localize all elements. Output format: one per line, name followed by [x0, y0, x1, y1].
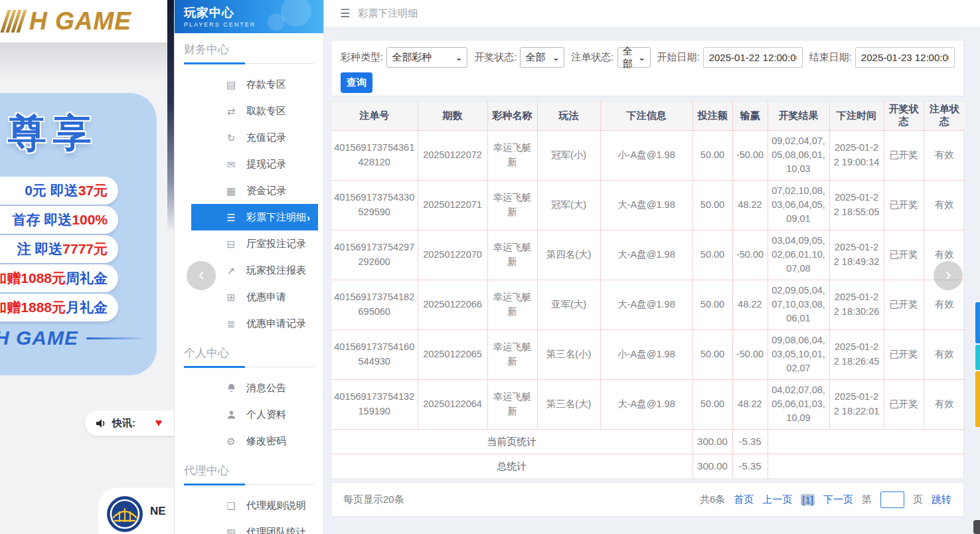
table-cell: -50.00 — [732, 329, 768, 379]
promo-pill: 注 即送7777元 — [0, 235, 118, 263]
table-row: 40156917375429729260020250122070幸运飞艇新第四名… — [331, 230, 965, 280]
pagination-bar: 每页显示20条 共6条 首页 上一页 [1] 下一页 第 页 跳转 — [331, 482, 964, 517]
start-date-input[interactable] — [703, 47, 803, 68]
table-cell: 401569173754160544930 — [331, 329, 418, 379]
sidebar-item-announcement[interactable]: 消息公告 — [191, 375, 318, 401]
column-header: 输赢 — [732, 102, 768, 130]
sidebar-item-label: 取款专区 — [246, 105, 286, 118]
sidebar-item-recharge-record[interactable]: ↻充值记录 — [191, 124, 318, 151]
floating-widget-dark[interactable] — [973, 520, 980, 534]
sidebar-item-deposit[interactable]: ▤存款专区 — [191, 71, 318, 98]
table-cell: 50.00 — [693, 280, 732, 329]
table-cell: 幸运飞艇新 — [487, 130, 537, 180]
table-cell: 第三名(大) — [537, 379, 600, 429]
first-page-link[interactable]: 首页 — [734, 493, 754, 506]
sidebar-item-label: 代理规则说明 — [246, 499, 306, 512]
start-date-label: 开始日期: — [657, 51, 700, 64]
next-page-link[interactable]: 下一页 — [823, 493, 853, 506]
sidebar-item-promo-record[interactable]: ≣优惠申请记录 — [191, 310, 318, 337]
column-header: 注单号 — [331, 102, 418, 130]
sidebar-item-promo-apply[interactable]: ⊞优惠申请 — [191, 284, 318, 310]
sidebar-item-label: 消息公告 — [246, 382, 286, 395]
change-password-icon: ⚙ — [224, 436, 238, 446]
sidebar-item-agent-rules[interactable]: ❏代理规则说明 — [191, 492, 318, 519]
sidebar-item-label: 存款专区 — [246, 78, 286, 91]
table-cell: 2025-01-22 18:26:45 — [829, 329, 884, 379]
section-underline — [184, 62, 314, 64]
carousel-next-button[interactable]: › — [934, 261, 963, 290]
promo-panel: H GAME 尊享 0元 即送37元首存 即送100%注 即送7777元加赠10… — [0, 0, 174, 534]
table-cell: 已开奖 — [884, 230, 924, 280]
table-cell: 2025-01-22 18:22:01 — [829, 379, 884, 429]
sidebar-item-hall-bet-record[interactable]: ⊟厅室投注记录 — [191, 230, 318, 257]
promo-record-icon: ≣ — [224, 319, 238, 329]
promo-hero-text: 尊享 — [8, 108, 98, 159]
section-underline — [184, 484, 314, 486]
promo-pill: 加赠1888元月礼金 — [0, 294, 118, 321]
sidebar-section-label: 财务中心 — [184, 42, 323, 57]
withdraw-icon: ⇄ — [224, 106, 238, 116]
search-button[interactable]: 查询 — [341, 72, 372, 93]
sidebar-item-withdraw-record[interactable]: ✉提现记录 — [191, 151, 318, 177]
column-header: 注单状态 — [924, 102, 965, 130]
total-summary-row: 总统计300.00-5.35 — [331, 454, 965, 478]
lottery-type-select[interactable]: 全部彩种 ⌄ — [386, 47, 467, 68]
jump-button[interactable]: 跳转 — [932, 493, 951, 506]
end-date-input[interactable] — [855, 47, 955, 68]
table-cell: 20250122064 — [418, 379, 487, 429]
jump-page-input[interactable] — [880, 491, 904, 508]
pagination-controls: 共6条 首页 上一页 [1] 下一页 第 页 跳转 — [700, 491, 951, 508]
table-cell: 20250122071 — [418, 180, 487, 230]
table-cell: 已开奖 — [884, 280, 924, 329]
table-cell: 有效 — [924, 180, 965, 230]
sidebar-item-change-password[interactable]: ⚙修改密码 — [191, 428, 318, 454]
logo-bars-icon — [0, 10, 29, 33]
table-cell: 04,02,07,08,05,06,01,03,10,09 — [768, 379, 829, 429]
sidebar-item-bet-details[interactable]: ☰彩票下注明细› — [191, 204, 318, 230]
promo-apply-icon: ⊞ — [224, 292, 238, 302]
watermark-dash — [86, 337, 147, 339]
sidebar-item-funds-record[interactable]: ▦资金记录 — [191, 177, 318, 204]
sidebar-item-label: 彩票下注明细 — [246, 211, 306, 224]
sidebar-item-agent-team-stats[interactable]: ▥代理团队统计 — [191, 519, 318, 534]
jump-prefix: 第 — [862, 493, 872, 506]
table-cell: 2025-01-22 18:30:26 — [829, 280, 884, 329]
table-cell: 48.22 — [732, 379, 768, 429]
bet-status-select[interactable]: 全部 ⌄ — [617, 47, 651, 68]
menu-toggle-icon[interactable]: ☰ — [340, 7, 350, 21]
sidebar-item-profile[interactable]: 个人资料 — [191, 401, 318, 428]
funds-record-icon: ▦ — [224, 186, 238, 196]
page-summary-row: 当前页统计300.00-5.35 — [331, 429, 965, 454]
table-cell: 有效 — [924, 130, 965, 180]
table-cell: 冠军(小) — [537, 130, 600, 180]
table-cell: 有效 — [924, 329, 965, 379]
bet-details-icon: ☰ — [224, 213, 238, 222]
prev-page-link[interactable]: 上一页 — [762, 493, 792, 506]
sidebar-item-withdraw[interactable]: ⇄取款专区 — [191, 98, 318, 124]
chevron-down-icon: ⌄ — [455, 53, 462, 62]
floating-widget-blue[interactable] — [975, 302, 980, 343]
sidebar-section: 财务中心▤存款专区⇄取款专区↻充值记录✉提现记录▦资金记录☰彩票下注明细›⊟厅室… — [175, 33, 323, 337]
summary-winloss-total: -5.35 — [732, 429, 768, 454]
table-cell: 401569173754297292600 — [331, 230, 418, 280]
carousel-prev-button[interactable]: ‹ — [187, 261, 216, 290]
sidebar-section: 代理中心❏代理规则说明▥代理团队统计 — [175, 454, 323, 534]
table-cell: 已开奖 — [884, 130, 924, 180]
summary-bet-total: 300.00 — [693, 454, 732, 478]
draw-status-select[interactable]: 全部 ⌄ — [520, 47, 564, 68]
sidebar-item-label: 充值记录 — [246, 132, 286, 144]
floating-widget-cyan[interactable] — [975, 345, 980, 370]
table-cell: 20250122066 — [418, 280, 487, 329]
column-header: 投注额 — [693, 102, 732, 130]
floating-widget-yellow[interactable] — [975, 371, 980, 427]
nba-card: NE — [98, 488, 174, 534]
table-cell: 09,08,06,04,03,05,10,01,02,07 — [768, 329, 829, 379]
table-header-row: 注单号期数彩种名称玩法下注信息投注额输赢开奖结果下注时间开奖状态注单状态 — [331, 102, 965, 130]
announcement-icon — [224, 383, 238, 394]
chevron-down-icon: ⌄ — [638, 53, 645, 62]
filter-panel: 彩种类型: 全部彩种 ⌄ 开奖状态: 全部 ⌄ 注单状态: — [331, 40, 964, 96]
column-header: 玩法 — [537, 102, 600, 130]
column-header: 开奖结果 — [768, 102, 829, 130]
table-cell: 20250122065 — [418, 329, 487, 379]
summary-empty — [768, 429, 965, 454]
